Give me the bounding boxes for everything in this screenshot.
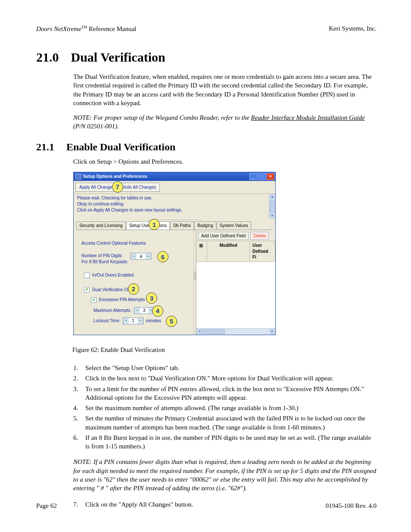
lockout-unit-label: minutes (146, 318, 161, 324)
add-user-defined-field-button[interactable]: Add User Defined Field (198, 232, 249, 240)
subsection-number: 21.1 (36, 141, 54, 153)
callout-3: 3 (146, 292, 157, 304)
product-name: Doors NetXtreme (36, 25, 81, 32)
options-heading: Access Control Optional Features (81, 240, 191, 246)
dual-verification-checkbox[interactable]: ✔ (84, 287, 90, 292)
step-3: 3.To set a limit for the number of PIN e… (73, 385, 377, 402)
minimize-button[interactable]: _ (249, 173, 257, 180)
inout-doors-checkbox[interactable] (84, 273, 90, 278)
intro-paragraph: The Dual Verification feature, when enab… (73, 72, 377, 107)
col-modified[interactable]: Modified (207, 241, 250, 261)
pin-digits-value: 4 (136, 254, 146, 260)
setup-options-window: Setup Options and Preferences _ □ × Appl… (73, 172, 276, 335)
doc-type: Reference Manual (87, 25, 136, 32)
tabs-row: Security and Licensing Setup User Option… (76, 221, 273, 230)
tab-badging[interactable]: Badging (194, 221, 216, 230)
max-attempts-value: 3 (140, 308, 149, 314)
pin-digits-label-2: For 8 Bit Burst Keypads: (81, 259, 128, 265)
revision: 01945-100 Rev. 4.0 (326, 502, 377, 510)
row-selector-header[interactable]: ▦ (196, 241, 207, 261)
company-name: Keri Systems, Inc. (329, 25, 377, 33)
section-heading-21-0: 21.0 Dual Verification (36, 50, 377, 65)
steps-list: 1.Select the "Setup User Options" tab. 2… (73, 364, 377, 451)
callout-6: 6 (157, 251, 168, 262)
grid-body[interactable] (196, 262, 275, 328)
pin-digits-spinner[interactable]: ◂ 4 ▸ (131, 253, 151, 260)
undo-all-changes-button[interactable]: Undo All Changes (118, 183, 159, 192)
page-header: Doors NetXtremeTM Reference Manual Keri … (36, 25, 377, 33)
inout-doors-label: In/Out Doors Enabled (92, 272, 134, 278)
grid-header: ▦ Modified User Defined Fi (196, 241, 275, 262)
scroll-right-icon[interactable]: ▸ (269, 329, 275, 335)
client-area: Access Control Optional Features Number … (74, 230, 275, 335)
grid-h-scrollbar[interactable]: ◂ ▸ (196, 328, 275, 335)
section-number: 21.0 (36, 50, 59, 65)
step-4: 4.Set the maximum number of attempts all… (73, 404, 377, 412)
page-footer: Page 62 01945-100 Rev. 4.0 (36, 502, 377, 510)
chevron-left-icon[interactable]: ◂ (123, 318, 128, 324)
callout-7: 7 (112, 181, 123, 193)
status-line-2: Okay to continue editing. (74, 202, 269, 208)
h-scroll-thumb[interactable] (202, 329, 225, 334)
tab-db-paths[interactable]: Db Paths (170, 221, 194, 230)
callout-2: 2 (128, 283, 139, 295)
chevron-right-icon[interactable]: ▸ (146, 253, 151, 259)
lockout-time-value: 1 (128, 318, 138, 324)
maximize-button[interactable]: □ (258, 173, 266, 180)
chevron-left-icon[interactable]: ◂ (134, 308, 140, 314)
close-button[interactable]: × (267, 173, 274, 180)
tab-system-values[interactable]: System Values (217, 221, 251, 230)
excessive-pin-checkbox[interactable]: ✔ (91, 297, 97, 303)
left-options-pane: Access Control Optional Features Number … (74, 230, 193, 335)
delete-button[interactable]: Delete (250, 232, 269, 240)
col-user-defined[interactable]: User Defined Fi (250, 241, 275, 261)
scroll-thumb[interactable] (270, 200, 275, 212)
right-grid-pane: Add User Defined Field Delete ▦ Modified… (196, 230, 275, 335)
callout-4: 4 (152, 305, 163, 317)
figure-caption: Figure 62: Enable Dual Verification (72, 345, 377, 354)
window-icon (75, 174, 81, 180)
step-1: 1.Select the "Setup User Options" tab. (73, 364, 377, 372)
status-line-3: Click on Apply All Changes to save new l… (74, 208, 269, 215)
step-2: 2.Click in the box next to "Dual Verific… (73, 374, 377, 383)
tab-security-licensing[interactable]: Security and Licensing (76, 221, 126, 230)
figure-62: Setup Options and Preferences _ □ × Appl… (73, 172, 377, 354)
max-attempts-label: Maximum Attempts: (93, 308, 131, 314)
lockout-time-spinner[interactable]: ◂ 1 ▸ (123, 317, 143, 324)
scroll-up-icon[interactable]: ▲ (269, 194, 275, 200)
click-path: Click on Setup > Options and Preferences… (73, 157, 377, 166)
window-title: Setup Options and Preferences (83, 174, 147, 180)
step-6: 6.If an 8 Bit Burst keypad is in use, th… (73, 433, 377, 451)
subsection-title: Enable Dual Verification (66, 141, 175, 153)
window-titlebar[interactable]: Setup Options and Preferences _ □ × (74, 172, 275, 181)
note-pin-leading-zeros: NOTE: If a PIN contains fewer digits tha… (73, 457, 377, 492)
excessive-pin-label: Excessive PIN Attempts ON (99, 297, 153, 303)
page-number: Page 62 (36, 502, 57, 510)
section-title: Dual Verification (71, 50, 165, 65)
chevron-right-icon[interactable]: ▸ (138, 318, 143, 324)
max-attempts-spinner[interactable]: ◂ 3 ▸ (134, 307, 155, 314)
pin-digits-label-1: Number of PIN Digits (81, 253, 128, 259)
chevron-left-icon[interactable]: ◂ (131, 253, 136, 259)
dual-verification-label: Dual Verification ON (92, 287, 131, 293)
tm-mark: TM (81, 25, 87, 29)
step-5: 5.Set the number of minutes the Primary … (73, 414, 377, 432)
callout-5: 5 (166, 316, 177, 327)
scroll-down-icon[interactable]: ▼ (269, 213, 275, 219)
tab-setup-user-options[interactable]: Setup User Options (126, 221, 170, 230)
lockout-time-label: Lockout Time: (93, 318, 120, 324)
scroll-left-icon[interactable]: ◂ (196, 329, 202, 335)
section-heading-21-1: 21.1 Enable Dual Verification (36, 141, 377, 153)
status-line-1: Please wait. Checking for tables in use. (74, 194, 269, 202)
toolbar: Apply All Changes Undo All Changes 7 (74, 181, 275, 194)
note-wiegand: NOTE: For proper setup of the Wiegand Co… (73, 113, 377, 131)
reader-guide-link[interactable]: Reader Interface Module Installation Gui… (251, 114, 365, 121)
status-scrollbar[interactable]: ▲ ▼ (269, 194, 275, 219)
